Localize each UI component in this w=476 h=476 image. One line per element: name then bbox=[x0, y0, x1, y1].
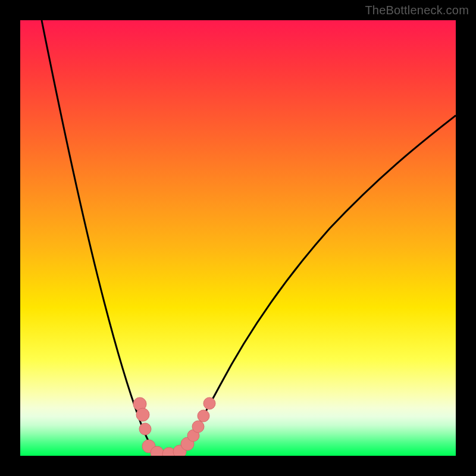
chart-frame: TheBottleneck.com bbox=[0, 0, 476, 476]
curve-layer bbox=[20, 20, 456, 456]
data-marker bbox=[136, 408, 149, 421]
marker-group bbox=[133, 397, 215, 456]
curve-right-branch bbox=[180, 115, 456, 455]
data-marker bbox=[203, 397, 215, 409]
data-marker bbox=[198, 410, 209, 422]
data-marker bbox=[139, 423, 151, 435]
data-marker bbox=[192, 421, 204, 433]
curve-left-branch bbox=[42, 20, 158, 455]
watermark-text: TheBottleneck.com bbox=[365, 4, 469, 17]
plot-area bbox=[20, 20, 456, 456]
